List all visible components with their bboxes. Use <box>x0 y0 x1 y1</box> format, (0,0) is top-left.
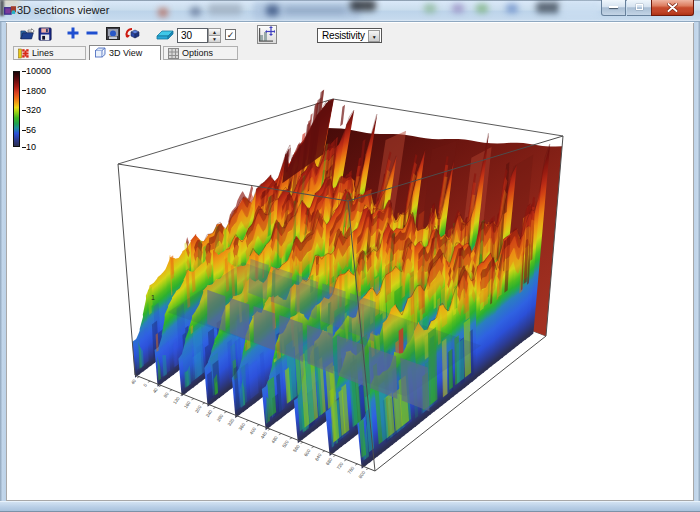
svg-text:40: 40 <box>152 387 159 394</box>
svg-text:640: 640 <box>314 452 323 462</box>
svg-text:440: 440 <box>260 430 269 440</box>
svg-text:680: 680 <box>325 457 334 467</box>
svg-text:760: 760 <box>347 465 356 475</box>
svg-text:320: 320 <box>227 417 236 427</box>
svg-text:520: 520 <box>281 439 290 449</box>
svg-text:1: 1 <box>151 294 155 301</box>
svg-text:400: 400 <box>249 426 258 436</box>
svg-text:0: 0 <box>142 382 148 387</box>
svg-text:200: 200 <box>194 404 203 414</box>
svg-text:40: 40 <box>130 378 137 385</box>
svg-text:800: 800 <box>358 470 367 480</box>
svg-text:720: 720 <box>336 461 345 471</box>
svg-text:120: 120 <box>172 395 181 405</box>
svg-text:240: 240 <box>205 409 214 419</box>
svg-text:280: 280 <box>216 413 225 423</box>
svg-text:600: 600 <box>303 448 312 458</box>
svg-text:360: 360 <box>238 422 247 432</box>
svg-text:560: 560 <box>292 443 301 453</box>
svg-text:480: 480 <box>270 435 279 445</box>
svg-text:160: 160 <box>183 400 192 410</box>
svg-text:80: 80 <box>163 391 170 398</box>
